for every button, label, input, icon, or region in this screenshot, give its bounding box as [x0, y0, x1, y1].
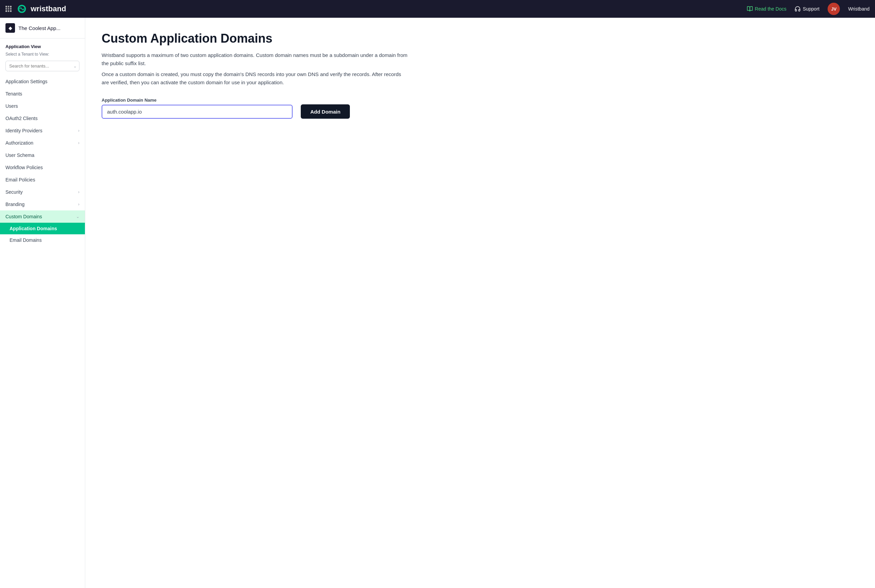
top-nav: wristband Read the Docs Support JV Wrist… [0, 0, 875, 18]
sidebar-item-label: User Schema [6, 153, 34, 158]
domain-field-label: Application Domain Name [102, 98, 292, 103]
sidebar-item-label: Security [6, 189, 23, 195]
sidebar-item-identity-providers[interactable]: Identity Providers › [0, 124, 85, 137]
tenant-search-container: ⌄ [6, 61, 79, 71]
sidebar-item-label: Email Policies [6, 177, 35, 183]
sidebar-item-email-policies[interactable]: Email Policies [0, 174, 85, 186]
support-label: Support [803, 6, 820, 12]
page-description-2: Once a custom domain is created, you mus… [102, 70, 409, 87]
logo-text: wristband [31, 4, 66, 13]
form-section: Application Domain Name Add Domain [102, 98, 859, 119]
domain-name-input[interactable] [102, 105, 292, 119]
form-row: Application Domain Name Add Domain [102, 98, 859, 119]
sidebar-item-custom-domains[interactable]: Custom Domains ⌄ [0, 210, 85, 223]
sidebar-item-workflow-policies[interactable]: Workflow Policies [0, 161, 85, 174]
user-name[interactable]: Wristband [848, 6, 869, 12]
main-content: Custom Application Domains Wristband sup… [85, 18, 875, 588]
logo-container: wristband [16, 3, 66, 15]
sidebar-item-label: Workflow Policies [6, 165, 43, 170]
sidebar-item-label: Users [6, 104, 18, 109]
sidebar-item-label: Authorization [6, 140, 33, 146]
support-link[interactable]: Support [794, 6, 820, 12]
chevron-right-icon: › [78, 128, 79, 133]
sidebar-item-security[interactable]: Security › [0, 186, 85, 198]
sidebar-section-label: Application View [0, 39, 85, 51]
add-domain-button[interactable]: Add Domain [301, 104, 350, 119]
app-icon: ◆ [6, 23, 15, 33]
user-initials: JV [831, 6, 836, 12]
chevron-right-icon: › [78, 202, 79, 207]
read-docs-link[interactable]: Read the Docs [747, 6, 787, 12]
sidebar-sub-item-label: Application Domains [9, 226, 57, 231]
sidebar-item-label: Custom Domains [6, 214, 42, 219]
sidebar-item-user-schema[interactable]: User Schema [0, 149, 85, 161]
chevron-right-icon: › [78, 141, 79, 145]
app-name: The Coolest App... [18, 25, 60, 31]
user-avatar[interactable]: JV [828, 3, 840, 15]
main-layout: ◆ The Coolest App... Application View Se… [0, 18, 875, 588]
headset-icon [794, 6, 801, 12]
top-nav-left: wristband [6, 3, 747, 15]
sidebar-item-label: Tenants [6, 91, 22, 96]
sidebar-item-oauth2-clients[interactable]: OAuth2 Clients [0, 112, 85, 124]
page-description-1: Wristband supports a maximum of two cust… [102, 51, 409, 68]
sidebar-item-tenants[interactable]: Tenants [0, 88, 85, 100]
domain-form-group: Application Domain Name [102, 98, 292, 119]
tenant-search-input[interactable] [6, 61, 79, 71]
book-icon [747, 6, 753, 12]
page-title: Custom Application Domains [102, 32, 859, 46]
read-docs-label: Read the Docs [755, 6, 787, 12]
sidebar-sub-item-label: Email Domains [9, 237, 42, 243]
sidebar-item-authorization[interactable]: Authorization › [0, 137, 85, 149]
sidebar-item-users[interactable]: Users [0, 100, 85, 112]
sidebar-sub-item-email-domains[interactable]: Email Domains [0, 234, 85, 246]
sidebar-tenant-label: Select a Tenant to View: [0, 51, 85, 59]
chevron-down-icon: ⌄ [76, 214, 79, 219]
sidebar: ◆ The Coolest App... Application View Se… [0, 18, 85, 588]
tenant-search-chevron-icon: ⌄ [73, 64, 77, 69]
sidebar-item-label: Identity Providers [6, 128, 42, 134]
sidebar-item-application-settings[interactable]: Application Settings [0, 75, 85, 88]
chevron-right-icon: › [78, 190, 79, 194]
wristband-logo-icon [16, 3, 28, 15]
sidebar-sub-item-application-domains[interactable]: Application Domains [0, 223, 85, 234]
top-nav-right: Read the Docs Support JV Wristband [747, 3, 869, 15]
grid-icon[interactable] [6, 6, 12, 12]
sidebar-app-header: ◆ The Coolest App... [0, 18, 85, 39]
sidebar-item-label: OAuth2 Clients [6, 116, 37, 121]
sidebar-item-label: Branding [6, 202, 24, 207]
sidebar-item-label: Application Settings [6, 79, 47, 84]
sidebar-item-branding[interactable]: Branding › [0, 198, 85, 210]
